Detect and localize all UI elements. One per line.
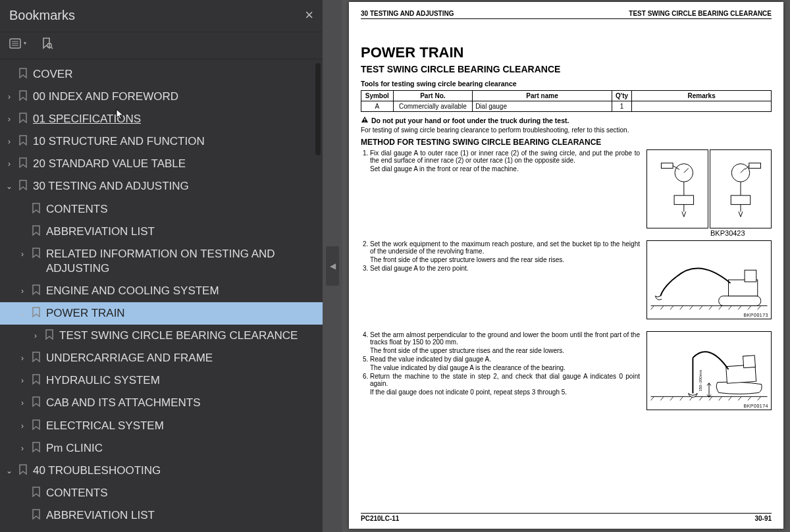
bookmark-item[interactable]: ›01 SPECIFICATIONS (0, 108, 323, 130)
bookmark-icon (29, 202, 43, 214)
bookmark-label: HYDRAULIC SYSTEM (43, 373, 317, 388)
chevron-down-icon[interactable]: ⌄ (16, 306, 29, 319)
svg-line-40 (680, 396, 683, 400)
svg-line-37 (651, 396, 654, 400)
th-partname: Part name (473, 91, 612, 101)
bookmark-item[interactable]: ›10 STRUCTURE AND FUNCTION (0, 130, 323, 153)
bookmark-item[interactable]: ⌄POWER TRAIN (0, 302, 323, 325)
chevron-right-icon[interactable]: › (3, 112, 16, 125)
bookmark-item[interactable]: CONTENTS (0, 198, 323, 221)
svg-line-48 (758, 396, 761, 400)
step-5a: Read the value indicated by dial gauge A… (370, 356, 491, 363)
bookmark-item[interactable]: ›TEST SWING CIRCLE BEARING CLEARANCE (0, 325, 323, 347)
bookmark-item[interactable]: ›ELECTRICAL SYSTEM (0, 415, 323, 437)
bookmark-item[interactable]: ›CAB AND ITS ATTACHMENTS (0, 392, 323, 414)
bookmark-label: TEST SWING CIRCLE BEARING CLEARANCE (57, 329, 317, 343)
chevron-down-icon[interactable]: ⌄ (3, 179, 16, 192)
sidebar-header: Bookmarks × (0, 0, 323, 32)
method-heading: METHOD FOR TESTING SWING CIRCLE BEARING … (361, 138, 772, 147)
bookmark-item[interactable]: ABBREVIATION LIST (0, 221, 323, 243)
bookmarks-sidebar: Bookmarks × COVER›00 INDEX AND FOREWORD›… (0, 0, 323, 532)
bookmark-label: COVER (30, 67, 317, 82)
step-1b: Set dial gauge A in the front or rear of… (370, 165, 640, 173)
bookmark-item[interactable]: ›Pm CLINIC (0, 437, 323, 460)
bookmark-icon (16, 90, 30, 101)
step-text-3: Set the arm almost perpendicular to the … (361, 331, 640, 410)
td-symbol: A (361, 101, 394, 112)
th-partno: Part No. (393, 91, 473, 101)
bookmark-item[interactable]: COVER (0, 63, 323, 86)
chevron-down-icon[interactable]: ⌄ (3, 464, 16, 477)
bookmark-item[interactable]: ⌄40 TROUBLESHOOTING (0, 460, 323, 482)
bookmark-item[interactable]: ›20 STANDARD VALUE TABLE (0, 153, 323, 175)
bookmark-item[interactable]: ›RELATED INFORMATION ON TESTING AND ADJU… (0, 243, 323, 280)
td-qty: 1 (612, 101, 631, 112)
scrollbar-thumb[interactable] (315, 63, 321, 155)
collapse-handle-icon[interactable]: ◀ (326, 246, 339, 286)
th-symbol: Symbol (361, 91, 394, 101)
bookmark-item[interactable]: ›HYDRAULIC SYSTEM (0, 369, 323, 392)
bookmark-icon (29, 486, 43, 498)
chevron-right-icon[interactable]: › (29, 329, 42, 342)
bookmark-label: CAB AND ITS ATTACHMENTS (43, 396, 317, 410)
page-running-header: 30 TESTING AND ADJUSTING TEST SWING CIRC… (361, 10, 772, 19)
figure-3: 150~200mm BKP00174 (646, 331, 772, 410)
bookmark-label: 40 TROUBLESHOOTING (30, 464, 317, 478)
th-remarks: Remarks (632, 91, 772, 101)
bookmark-tree[interactable]: COVER›00 INDEX AND FOREWORD›01 SPECIFICA… (0, 59, 323, 532)
bookmark-icon (29, 225, 43, 236)
bookmark-item[interactable]: ABBREVIATION LIST (0, 504, 323, 527)
bookmark-item[interactable]: ›ENGINE AND COOLING SYSTEM (0, 280, 323, 302)
close-icon[interactable]: × (305, 7, 313, 24)
svg-rect-19 (731, 196, 750, 205)
find-bookmark-icon[interactable] (40, 36, 54, 51)
svg-line-26 (699, 306, 702, 309)
chevron-right-icon[interactable]: › (16, 396, 29, 409)
chevron-right-icon[interactable]: › (3, 157, 16, 170)
svg-rect-35 (745, 270, 756, 282)
bookmark-icon (29, 396, 43, 408)
bookmark-label: 01 SPECIFICATIONS (30, 112, 317, 126)
chevron-right-icon[interactable]: › (3, 134, 16, 147)
bookmark-item[interactable]: ›UNDERCARRIAGE AND FRAME (0, 347, 323, 369)
warning-icon (361, 116, 369, 125)
tree-scrollbar[interactable] (313, 59, 323, 532)
bookmark-label: 00 INDEX AND FOREWORD (30, 90, 317, 104)
bookmark-label: CONTENTS (43, 486, 317, 500)
chevron-right-icon[interactable]: › (16, 373, 29, 386)
page-viewer[interactable]: 30 TESTING AND ADJUSTING TEST SWING CIRC… (342, 0, 790, 532)
tools-table: Symbol Part No. Part name Q'ty Remarks A… (361, 90, 772, 112)
svg-point-14 (731, 164, 750, 182)
chevron-right-icon[interactable]: › (16, 441, 29, 454)
chevron-right-icon[interactable]: › (16, 351, 29, 364)
step-text-2: Set the work equipment to the maximum re… (361, 240, 640, 319)
svg-line-24 (680, 306, 683, 309)
bookmark-label: ELECTRICAL SYSTEM (43, 419, 317, 433)
chevron-right-icon[interactable]: › (3, 90, 16, 103)
bookmark-item[interactable]: CONTENTS (0, 482, 323, 504)
step-block-2: Set the work equipment to the maximum re… (361, 240, 772, 319)
bookmark-item[interactable]: ⌄30 TESTING AND ADJUSTING (0, 175, 323, 198)
svg-line-45 (729, 396, 732, 400)
svg-point-8 (675, 164, 693, 182)
bookmark-icon (29, 247, 43, 259)
arrow-spacer (16, 486, 29, 489)
step-3: Set dial gauge A to the zero point. (370, 265, 469, 272)
svg-rect-16 (749, 163, 761, 169)
step-block-1: Fix dial gauge A to outer race (1) or in… (361, 149, 772, 228)
svg-line-43 (709, 396, 712, 400)
step-6b: If the dial gauge does not indicate 0 po… (370, 388, 640, 396)
chevron-right-icon[interactable]: › (16, 284, 29, 297)
bookmark-label: POWER TRAIN (43, 306, 317, 321)
svg-line-5 (51, 47, 53, 49)
arrow-spacer (16, 202, 29, 205)
bookmark-item[interactable]: ›00 INDEX AND FOREWORD (0, 86, 323, 108)
chevron-right-icon[interactable]: › (16, 419, 29, 432)
page-h2: TEST SWING CIRCLE BEARING CLEARANCE (361, 64, 772, 74)
bookmark-label: 20 STANDARD VALUE TABLE (30, 157, 317, 171)
options-icon[interactable] (9, 37, 29, 50)
svg-line-47 (748, 396, 751, 400)
collapse-gutter[interactable]: ◀ (323, 0, 342, 532)
chevron-right-icon[interactable]: › (16, 247, 29, 260)
svg-rect-34 (729, 280, 758, 296)
